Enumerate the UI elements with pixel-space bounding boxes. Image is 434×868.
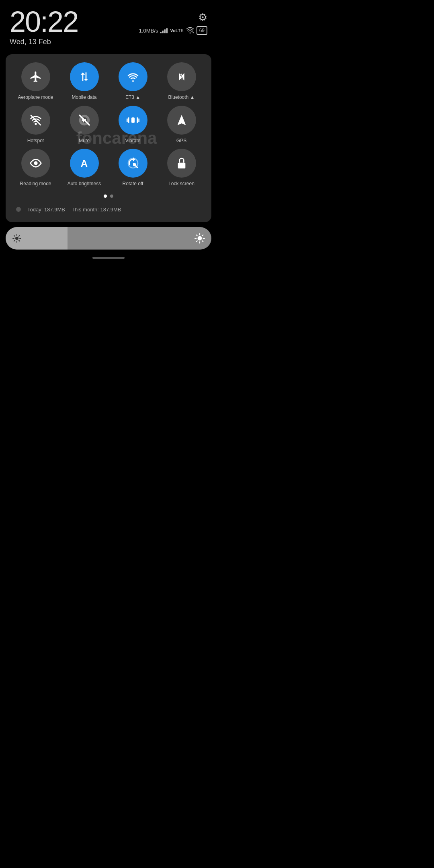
data-dot-icon xyxy=(16,207,21,212)
tile-circle-gps xyxy=(167,106,196,135)
tile-label-gps: GPS xyxy=(176,138,186,144)
svg-rect-8 xyxy=(178,163,185,169)
tile-autobrightness[interactable]: A Auto brightness xyxy=(61,149,107,187)
clock: 20:22 xyxy=(10,7,78,36)
tile-label-mute: Mute xyxy=(79,138,90,144)
tile-label-readingmode: Reading mode xyxy=(20,181,51,187)
settings-icon[interactable]: ⚙ xyxy=(198,11,207,24)
tile-gps[interactable]: GPS xyxy=(159,106,204,144)
tiles-grid: Aeroplane mode Mobile data ET3 ▲ Bluetoo… xyxy=(10,62,207,187)
brightness-high-icon xyxy=(194,233,205,244)
wifi-status-icon xyxy=(186,27,194,34)
tile-rotateoff[interactable]: Rotate off xyxy=(110,149,156,187)
date: Wed, 13 Feb xyxy=(10,38,78,46)
data-usage: Today: 187.9MB This month: 187.9MB xyxy=(10,203,207,214)
tile-aeroplane[interactable]: Aeroplane mode xyxy=(13,62,58,101)
brightness-slider[interactable] xyxy=(6,227,211,250)
tile-label-hotspot: Hotspot xyxy=(27,138,44,144)
data-speed: 1.0MB/s xyxy=(139,28,158,34)
svg-line-26 xyxy=(202,235,203,235)
tile-circle-mute xyxy=(70,106,99,135)
quick-panel-wrapper: Aeroplane mode Mobile data ET3 ▲ Bluetoo… xyxy=(0,54,217,222)
time-block: 20:22 Wed, 13 Feb xyxy=(10,7,78,46)
tile-circle-hotspot xyxy=(21,106,50,135)
svg-point-1 xyxy=(35,123,37,125)
volte-icon: VoLTE xyxy=(170,28,183,33)
svg-line-15 xyxy=(19,240,20,241)
tile-mobiledata[interactable]: Mobile data xyxy=(61,62,107,101)
today-usage: Today: 187.9MB xyxy=(27,207,65,213)
battery-indicator: 69 xyxy=(197,26,207,35)
tile-circle-bluetooth xyxy=(167,62,196,91)
nav-handle xyxy=(92,257,125,259)
tile-circle-autobrightness: A xyxy=(70,149,99,178)
tile-circle-readingmode xyxy=(21,149,50,178)
tile-label-rotateoff: Rotate off xyxy=(123,181,143,187)
pagination-dot-0[interactable] xyxy=(104,194,107,198)
tile-circle-wifi xyxy=(119,62,147,91)
tile-circle-vibrate xyxy=(119,106,147,135)
svg-line-14 xyxy=(14,235,15,236)
tile-readingmode[interactable]: Reading mode xyxy=(13,149,58,187)
svg-line-25 xyxy=(197,241,197,242)
tile-label-vibrate: Vibrate xyxy=(125,138,141,144)
tile-bluetooth[interactable]: Bluetooth ▲ xyxy=(159,62,204,101)
tile-vibrate[interactable]: Vibrate xyxy=(110,106,156,144)
svg-point-4 xyxy=(34,162,37,165)
tile-wifi[interactable]: ET3 ▲ xyxy=(110,62,156,101)
nav-bar xyxy=(0,257,217,259)
status-icons: 1.0MB/s VoLTE xyxy=(139,26,207,35)
svg-line-0 xyxy=(192,32,194,33)
signal-bars-icon xyxy=(160,28,168,33)
svg-point-18 xyxy=(198,236,202,240)
svg-text:A: A xyxy=(80,158,87,169)
tile-mute[interactable]: Mute xyxy=(61,106,107,144)
pagination xyxy=(10,194,207,198)
month-usage: This month: 187.9MB xyxy=(72,207,121,213)
svg-line-24 xyxy=(202,241,203,242)
tile-lockscreen[interactable]: Lock screen xyxy=(159,149,204,187)
svg-line-16 xyxy=(14,240,15,241)
status-right: ⚙ 1.0MB/s VoLTE xyxy=(139,7,207,35)
tile-label-wifi: ET3 ▲ xyxy=(125,94,140,101)
svg-line-23 xyxy=(197,235,197,235)
tile-circle-rotateoff xyxy=(119,149,147,178)
tile-label-mobiledata: Mobile data xyxy=(72,94,96,101)
tile-hotspot[interactable]: Hotspot xyxy=(13,106,58,144)
quick-settings-panel: Aeroplane mode Mobile data ET3 ▲ Bluetoo… xyxy=(6,54,211,222)
svg-point-9 xyxy=(15,237,18,240)
tile-circle-mobiledata xyxy=(70,62,99,91)
brightness-low-icon xyxy=(12,233,22,243)
tile-label-lockscreen: Lock screen xyxy=(168,181,194,187)
tile-label-autobrightness: Auto brightness xyxy=(68,181,101,187)
tile-label-aeroplane: Aeroplane mode xyxy=(18,94,53,101)
svg-line-17 xyxy=(19,235,20,236)
tile-circle-lockscreen xyxy=(167,149,196,178)
pagination-dot-1[interactable] xyxy=(110,194,113,198)
status-bar: 20:22 Wed, 13 Feb ⚙ 1.0MB/s VoLTE xyxy=(0,0,217,49)
tile-circle-aeroplane xyxy=(21,62,50,91)
tile-label-bluetooth: Bluetooth ▲ xyxy=(168,94,195,101)
